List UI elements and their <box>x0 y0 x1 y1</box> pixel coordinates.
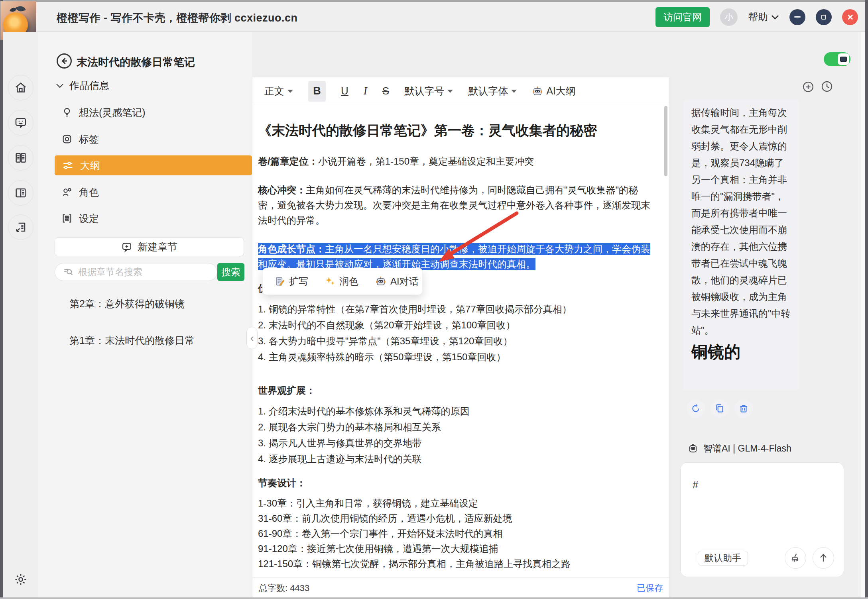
help-menu[interactable]: 帮助 <box>748 10 779 24</box>
doc-list-line: 31-60章：前几次使用铜镜的经历，遭遇小危机，适应新处境 <box>258 511 650 526</box>
word-count: 总字数: 4433 <box>259 582 309 594</box>
caret-icon <box>511 90 517 93</box>
close-button[interactable] <box>842 9 858 25</box>
book-title: 末法时代的散修日常笔记 <box>77 55 195 69</box>
chevron-down-icon <box>56 83 64 88</box>
help-label: 帮助 <box>748 10 768 24</box>
chapter-item-1[interactable]: 第1章：末法时代的散修日常 <box>69 334 195 347</box>
model-name: 智谱AI | GLM-4-Flash <box>703 442 791 455</box>
chapter-search-field[interactable] <box>55 263 217 281</box>
send-button[interactable] <box>813 547 834 569</box>
expand-writing-button[interactable]: 扩写 <box>275 275 308 288</box>
font-size-dropdown[interactable]: 默认字号 <box>404 84 453 98</box>
editor-toolbar: 正文 B U I S 默认字号 默认字体 AI大纲 <box>252 77 669 105</box>
chapter-item-2[interactable]: 第2章：意外获得的破铜镜 <box>69 297 185 310</box>
font-family-value: 默认字体 <box>468 84 508 98</box>
robot-outline-icon <box>687 443 699 454</box>
doc-paragraph-growth-selected: 角色成长节点：主角从一名只想安稳度日的小散修，被迫开始周旋于各大势力之间，学会伪… <box>258 242 650 272</box>
home-icon[interactable] <box>8 75 33 100</box>
model-selector[interactable]: 智谱AI | GLM-4-Flash <box>680 440 799 457</box>
broom-icon <box>790 552 801 564</box>
sidebar-item-tags[interactable]: 标签 <box>61 130 99 149</box>
user-gear-icon <box>61 187 73 198</box>
copy-button[interactable] <box>711 399 729 418</box>
window-scrollbar[interactable] <box>860 32 865 599</box>
doc-list-line: 2. 展现各大宗门势力的基本格局和相互关系 <box>258 419 650 435</box>
visit-site-button[interactable]: 访问官网 <box>655 7 710 27</box>
clear-context-button[interactable] <box>785 547 806 569</box>
grid-brackets-icon <box>61 213 73 224</box>
doc-paragraph-position: 卷/篇章定位：小说开篇卷，第1-150章，奠定基础设定和主要冲突 <box>258 154 650 169</box>
sidebar-item-characters[interactable]: 角色 <box>61 183 99 202</box>
project-panel: 末法时代的散修日常笔记 作品信息 想法(灵感笔记) 标签 大纲 角色 设定 新建… <box>38 32 252 597</box>
polish-button[interactable]: 润色 <box>325 275 358 288</box>
export-panel-icon[interactable] <box>8 214 33 240</box>
sliders-icon <box>62 159 74 171</box>
search-button[interactable]: 搜索 <box>217 263 244 281</box>
strikethrough-button[interactable]: S <box>382 85 389 97</box>
new-conversation-icon[interactable] <box>802 81 814 93</box>
regenerate-button[interactable] <box>687 399 705 418</box>
section-label: 作品信息 <box>69 79 109 92</box>
minimize-button[interactable] <box>789 9 805 25</box>
assistant-toggle[interactable] <box>824 52 850 66</box>
library-icon[interactable] <box>8 145 33 171</box>
sidebar-item-label: 大纲 <box>80 159 100 172</box>
title-bar: 橙橙写作 - 写作不卡壳，橙橙帮你剥 ccxiezuo.cn 访问官网 小 帮助 <box>3 2 865 32</box>
sidebar-item-outline[interactable]: 大纲 <box>55 155 252 175</box>
lightbulb-icon <box>61 107 73 118</box>
reader-icon[interactable] <box>8 180 33 206</box>
doc-list-line: 1. 铜镜的异常特性（在第7章首次使用时埋设，第77章回收揭示部分真相） <box>258 301 650 317</box>
feedback-chat-icon[interactable] <box>8 110 33 136</box>
doc-list-line: 4. 主角灵魂频率特殊的暗示（第50章埋设，第150章回收） <box>258 349 650 365</box>
collapse-panel-handle[interactable]: ‹ <box>246 327 258 349</box>
sidebar-item-label: 标签 <box>79 133 99 146</box>
editor-scrollbar[interactable] <box>664 106 667 176</box>
window-frame-left <box>0 0 3 599</box>
doc-list-line: 61-90章：卷入第一个宗门事件，开始怀疑末法时代的真相 <box>258 526 650 541</box>
chat-input-box[interactable]: # 默认助手 <box>680 462 844 577</box>
minimize-icon <box>794 16 801 18</box>
settings-gear-icon[interactable] <box>13 572 28 587</box>
chapter-search-input[interactable] <box>78 267 198 277</box>
arrow-up-icon <box>818 552 829 564</box>
back-button[interactable] <box>56 53 73 69</box>
saved-status: 已保存 <box>637 582 663 594</box>
font-size-value: 默认字号 <box>404 84 444 98</box>
comment-plus-icon <box>121 242 132 253</box>
document-editing-area[interactable]: 《末法时代的散修日常笔记》第一卷：灵气收集者的秘密 卷/篇章定位：小说开篇卷，第… <box>252 105 669 577</box>
sidebar-item-settings[interactable]: 设定 <box>61 209 99 228</box>
underline-button[interactable]: U <box>341 85 348 97</box>
window-frame-right <box>865 0 868 599</box>
ai-outline-button[interactable]: AI大纲 <box>532 84 576 98</box>
delete-button[interactable] <box>734 399 753 418</box>
sidebar-item-ideas[interactable]: 想法(灵感笔记) <box>61 103 146 122</box>
caret-icon <box>287 90 293 93</box>
bold-button[interactable]: B <box>308 81 326 102</box>
doc-list-line: 1. 介绍末法时代的基本修炼体系和灵气稀薄的原因 <box>258 403 650 419</box>
section-work-info[interactable]: 作品信息 <box>56 79 109 92</box>
ai-chat-label: AI对话 <box>390 275 419 288</box>
polish-label: 润色 <box>339 275 358 288</box>
editor-card: 正文 B U I S 默认字号 默认字体 AI大纲 《末法时代的散修日常笔记》第… <box>252 77 670 599</box>
avatar[interactable]: 小 <box>720 8 738 26</box>
doc-list-line: 3. 各大势力暗中搜寻"异常点"（第35章埋设，第120章回收） <box>258 333 650 349</box>
history-icon[interactable] <box>821 80 833 93</box>
ai-chat-button[interactable]: AI对话 <box>375 275 419 288</box>
doc-list-line: 121-150章：铜镜第七次觉醒，揭示部分真相，主角被迫踏上寻找真相之路 <box>258 556 650 572</box>
expand-writing-label: 扩写 <box>289 275 308 288</box>
robot-icon <box>532 86 543 96</box>
doc-pencil-icon <box>275 276 285 287</box>
paragraph-style-dropdown[interactable]: 正文 <box>264 84 293 98</box>
ai-outline-label: AI大纲 <box>546 84 576 98</box>
new-chapter-label: 新建章节 <box>138 240 178 253</box>
sidebar-item-label: 设定 <box>79 212 99 225</box>
italic-button[interactable]: I <box>364 85 367 97</box>
new-chapter-button[interactable]: 新建章节 <box>55 238 244 256</box>
doc-heading-pacing: 节奏设计： <box>258 475 650 491</box>
toggle-knob-icon <box>838 53 849 65</box>
font-family-dropdown[interactable]: 默认字体 <box>468 84 517 98</box>
assistant-selector-button[interactable]: 默认助手 <box>698 551 748 566</box>
sparkles-icon <box>325 276 335 287</box>
maximize-button[interactable] <box>816 9 832 25</box>
